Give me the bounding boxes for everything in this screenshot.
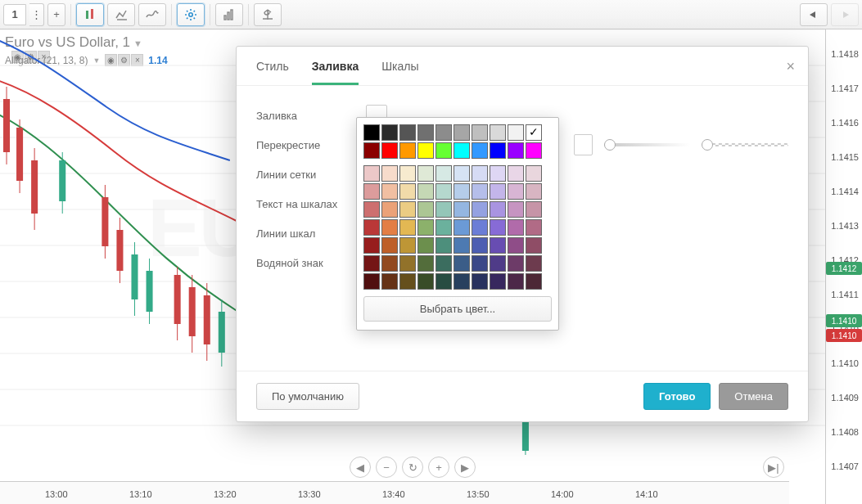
nav-left-icon[interactable]: ◀ xyxy=(350,457,371,478)
color-swatch[interactable] xyxy=(526,237,542,254)
color-swatch[interactable] xyxy=(399,124,416,141)
color-swatch[interactable] xyxy=(508,124,524,141)
color-swatch[interactable] xyxy=(381,201,398,218)
color-swatch[interactable] xyxy=(381,273,398,290)
color-swatch[interactable] xyxy=(399,183,416,200)
color-swatch[interactable] xyxy=(508,183,524,200)
compare-icon[interactable] xyxy=(107,3,135,26)
zoom-in-icon[interactable]: + xyxy=(428,457,449,478)
scales-icon[interactable] xyxy=(254,3,282,26)
color-swatch[interactable] xyxy=(417,142,434,159)
color-swatch[interactable] xyxy=(508,237,524,254)
color-swatch[interactable] xyxy=(363,237,380,254)
color-swatch[interactable] xyxy=(526,165,542,182)
color-swatch[interactable] xyxy=(526,255,542,272)
default-button[interactable]: По умолчанию xyxy=(256,383,359,410)
color-swatch[interactable] xyxy=(472,201,488,218)
color-swatch[interactable] xyxy=(417,183,434,200)
color-swatch[interactable] xyxy=(399,273,416,290)
color-swatch[interactable] xyxy=(399,237,416,254)
color-swatch[interactable] xyxy=(436,237,452,254)
tab-style[interactable]: Стиль xyxy=(256,60,289,85)
color-swatch[interactable] xyxy=(363,201,380,218)
color-swatch[interactable] xyxy=(454,183,470,200)
drawing-tools-icon[interactable] xyxy=(215,3,243,26)
color-swatch[interactable] xyxy=(399,255,416,272)
nav-reset-icon[interactable]: ↻ xyxy=(402,457,423,478)
color-swatch[interactable] xyxy=(508,219,524,236)
color-swatch[interactable] xyxy=(454,165,470,182)
color-swatch[interactable] xyxy=(363,273,380,290)
color-swatch[interactable] xyxy=(454,237,470,254)
settings-icon[interactable] xyxy=(177,3,205,26)
indicators-icon[interactable] xyxy=(138,3,166,26)
color-swatch[interactable] xyxy=(417,255,434,272)
color-swatch[interactable] xyxy=(363,124,380,141)
color-swatch[interactable] xyxy=(490,124,506,141)
color-swatch[interactable] xyxy=(490,237,506,254)
color-swatch[interactable] xyxy=(526,124,542,141)
choose-color-button[interactable]: Выбрать цвет... xyxy=(363,296,552,322)
color-swatch[interactable] xyxy=(490,183,506,200)
color-swatch[interactable] xyxy=(472,124,488,141)
color-swatch[interactable] xyxy=(454,255,470,272)
color-swatch[interactable] xyxy=(417,201,434,218)
color-swatch[interactable] xyxy=(436,183,452,200)
color-swatch[interactable] xyxy=(472,142,488,159)
color-swatch[interactable] xyxy=(454,273,470,290)
crosshair-opacity-slider[interactable] xyxy=(604,143,691,146)
color-swatch[interactable] xyxy=(381,219,398,236)
done-button[interactable]: Готово xyxy=(643,383,711,410)
color-swatch[interactable] xyxy=(490,142,506,159)
tab-number[interactable]: 1 xyxy=(3,4,26,25)
color-swatch[interactable] xyxy=(399,201,416,218)
color-swatch[interactable] xyxy=(526,201,542,218)
color-swatch[interactable] xyxy=(454,142,470,159)
undo-icon[interactable] xyxy=(800,3,828,26)
color-swatch[interactable] xyxy=(381,255,398,272)
color-swatch[interactable] xyxy=(472,273,488,290)
color-swatch[interactable] xyxy=(363,165,380,182)
color-swatch[interactable] xyxy=(417,124,434,141)
color-swatch[interactable] xyxy=(472,183,488,200)
color-swatch[interactable] xyxy=(508,273,524,290)
color-swatch[interactable] xyxy=(454,201,470,218)
color-swatch[interactable] xyxy=(508,165,524,182)
tab-menu-button[interactable]: ⋮ xyxy=(29,3,44,26)
color-swatch[interactable] xyxy=(436,219,452,236)
color-swatch[interactable] xyxy=(436,165,452,182)
color-swatch[interactable] xyxy=(490,201,506,218)
cancel-button[interactable]: Отмена xyxy=(719,383,788,410)
color-swatch[interactable] xyxy=(508,201,524,218)
color-swatch[interactable] xyxy=(526,183,542,200)
crosshair-color-swatch[interactable] xyxy=(574,134,592,155)
color-swatch[interactable] xyxy=(436,273,452,290)
color-swatch[interactable] xyxy=(490,219,506,236)
color-swatch[interactable] xyxy=(472,219,488,236)
tab-add-button[interactable]: + xyxy=(47,3,65,26)
color-swatch[interactable] xyxy=(399,142,416,159)
color-swatch[interactable] xyxy=(363,183,380,200)
color-swatch[interactable] xyxy=(526,273,542,290)
color-swatch[interactable] xyxy=(508,142,524,159)
color-swatch[interactable] xyxy=(399,219,416,236)
color-swatch[interactable] xyxy=(399,165,416,182)
color-swatch[interactable] xyxy=(508,255,524,272)
color-swatch[interactable] xyxy=(490,273,506,290)
color-swatch[interactable] xyxy=(363,142,380,159)
color-swatch[interactable] xyxy=(363,255,380,272)
color-swatch[interactable] xyxy=(363,219,380,236)
nav-right-icon[interactable]: ▶ xyxy=(454,457,476,478)
color-swatch[interactable] xyxy=(417,165,434,182)
color-swatch[interactable] xyxy=(472,165,488,182)
color-swatch[interactable] xyxy=(436,201,452,218)
close-icon[interactable]: × xyxy=(786,58,795,75)
color-swatch[interactable] xyxy=(381,237,398,254)
color-swatch[interactable] xyxy=(490,165,506,182)
color-swatch[interactable] xyxy=(454,124,470,141)
tab-scales[interactable]: Шкалы xyxy=(381,60,418,85)
crosshair-opacity-slider-2[interactable] xyxy=(702,143,788,146)
scroll-to-end-icon[interactable]: ▶| xyxy=(763,457,784,478)
color-swatch[interactable] xyxy=(381,124,398,141)
color-swatch[interactable] xyxy=(526,142,542,159)
